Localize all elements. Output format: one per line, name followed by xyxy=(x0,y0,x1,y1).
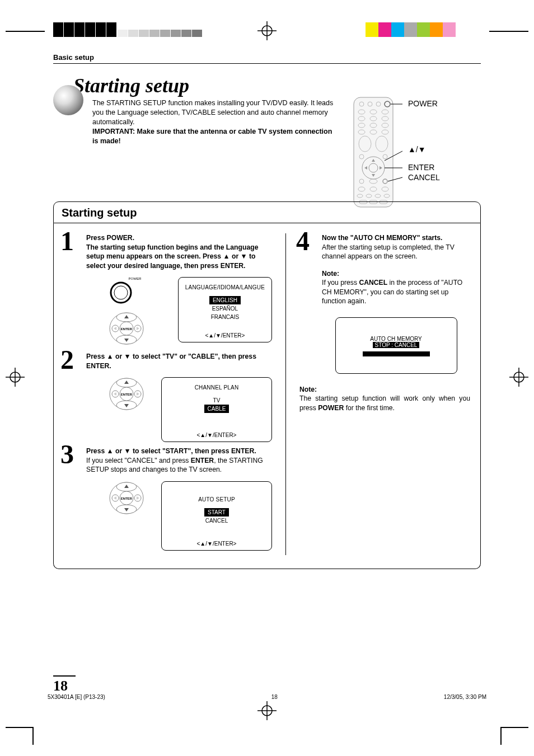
step-3-body-pre: If you select "CANCEL" and press xyxy=(86,457,191,464)
osd-channel-plan: CHANNEL PLAN TV CABLE <▲/▼/ENTER> xyxy=(161,377,272,442)
footer-left: 5X30401A [E] (P13-23) xyxy=(48,694,105,700)
intro-text: The STARTING SETUP function makes instal… xyxy=(92,99,333,126)
note-pre: If you press xyxy=(322,279,359,287)
osd-option: TV xyxy=(213,397,221,403)
osd-option-selected: ENGLISH xyxy=(209,296,241,304)
dpad-icon: ENTER xyxy=(109,377,144,411)
osd-language: LANGUAGE/IDIOMA/LANGUE ENGLISH ESPAÑOL F… xyxy=(178,277,272,342)
remote-label-power: POWER xyxy=(408,100,438,108)
important-note: IMPORTANT: Make sure that the antenna or… xyxy=(92,128,332,145)
osd-title: LANGUAGE/IDIOMA/LANGUE xyxy=(183,284,267,290)
osd-title: CHANNEL PLAN xyxy=(166,384,267,391)
progress-bar-icon xyxy=(363,351,430,356)
page-number: 18 xyxy=(53,675,76,694)
panel-title: Starting setup xyxy=(53,201,481,223)
dpad-icon: ENTER xyxy=(109,312,144,345)
osd-title: AUTO SETUP xyxy=(166,496,267,503)
note-label: Note: xyxy=(322,270,339,278)
osd-footer: <▲/▼/ENTER> xyxy=(166,432,267,438)
registration-mark-bottom-icon xyxy=(257,701,277,722)
registration-mark-right-icon xyxy=(509,368,528,389)
registration-bar xyxy=(6,22,528,39)
osd-auto-setup: AUTO SETUP START CANCEL <▲/▼/ENTER> xyxy=(161,481,272,551)
osd-option-selected: CABLE xyxy=(204,405,229,413)
step-4-body: After the starting setup is completed, t… xyxy=(322,243,455,260)
step-3-head: Press ▲ or ▼ to select "START", then pre… xyxy=(86,447,256,455)
osd-line1: AUTO CH MEMORY xyxy=(340,336,452,342)
svg-text:ENTER: ENTER xyxy=(121,497,133,500)
osd-option-selected: START xyxy=(204,508,229,516)
section-heading: Basic setup xyxy=(53,53,481,64)
step-number: 4 xyxy=(296,228,310,255)
svg-text:ENTER: ENTER xyxy=(121,327,133,331)
footer-meta: 5X30401A [E] (P13-23) 18 12/3/05, 3:30 P… xyxy=(48,694,486,700)
step-1-head: Press POWER. xyxy=(86,234,134,242)
remote-label-enter: ENTER xyxy=(408,163,434,172)
step-1-body: The starting setup function begins and t… xyxy=(86,243,258,270)
outer-note-bold: POWER xyxy=(318,404,344,412)
svg-point-53 xyxy=(111,283,131,303)
osd-option: ESPAÑOL xyxy=(212,306,238,312)
remote-buttons-icon: POWER xyxy=(109,277,161,348)
crop-mark-br-icon xyxy=(495,711,528,745)
dpad-icon: ENTER xyxy=(109,481,144,515)
footer-center: 18 xyxy=(271,694,278,700)
remote-diagram: POWER ▲/▼ ENTER CANCEL xyxy=(349,96,481,210)
hero-block: Starting setup The STARTING SETUP functi… xyxy=(53,74,481,145)
sphere-decoration-icon xyxy=(53,85,83,115)
color-swatches xyxy=(366,22,456,37)
step-3: 3 Press ▲ or ▼ to select "START", then p… xyxy=(64,447,272,550)
osd-option: CANCEL xyxy=(205,518,228,524)
outer-note-label: Note: xyxy=(299,386,317,393)
step-2-head: Press ▲ or ▼ to select "TV" or "CABLE", … xyxy=(86,353,256,369)
steps-col-left: 1 Press POWER. The starting setup functi… xyxy=(64,233,272,555)
black-swatches xyxy=(53,22,117,37)
svg-text:ENTER: ENTER xyxy=(121,393,133,396)
note-bold: CANCEL xyxy=(359,279,387,287)
osd-auto-ch-memory: AUTO CH MEMORY STOP : CANCEL xyxy=(335,317,457,374)
step-number: 2 xyxy=(60,346,74,373)
column-divider xyxy=(285,233,286,555)
step-4-head: Now the "AUTO CH MEMORY" starts. xyxy=(322,234,442,242)
crop-mark-bl-icon xyxy=(6,711,39,745)
step-1: 1 Press POWER. The starting setup functi… xyxy=(64,233,272,348)
power-button-icon xyxy=(109,280,133,305)
outer-note-post: for the first time. xyxy=(344,404,395,412)
registration-mark-left-icon xyxy=(6,368,25,389)
osd-footer: <▲/▼/ENTER> xyxy=(183,332,267,339)
svg-point-54 xyxy=(114,286,128,299)
osd-option: FRANCAIS xyxy=(211,314,240,320)
step-number: 3 xyxy=(60,441,74,468)
registration-mark-icon xyxy=(257,21,277,40)
osd-line2: STOP : CANCEL xyxy=(373,342,420,348)
step-3-body-bold: ENTER xyxy=(191,457,214,464)
outer-note: Note: The starting setup function will w… xyxy=(299,385,470,412)
step-2: 2 Press ▲ or ▼ to select "TV" or "CABLE"… xyxy=(64,352,272,442)
gray-swatches xyxy=(118,30,203,37)
osd-footer: <▲/▼/ENTER> xyxy=(166,541,267,547)
remote-icon xyxy=(349,96,402,208)
remote-label-cancel: CANCEL xyxy=(408,173,440,182)
remote-label-updown: ▲/▼ xyxy=(408,145,426,154)
footer-right: 12/3/05, 3:30 PM xyxy=(444,694,486,700)
page-title: Starting setup xyxy=(73,74,481,97)
steps-col-right: 4 Now the "AUTO CH MEMORY" starts. After… xyxy=(299,233,470,555)
step-4: 4 Now the "AUTO CH MEMORY" starts. After… xyxy=(299,233,470,373)
step-number: 1 xyxy=(60,228,74,255)
